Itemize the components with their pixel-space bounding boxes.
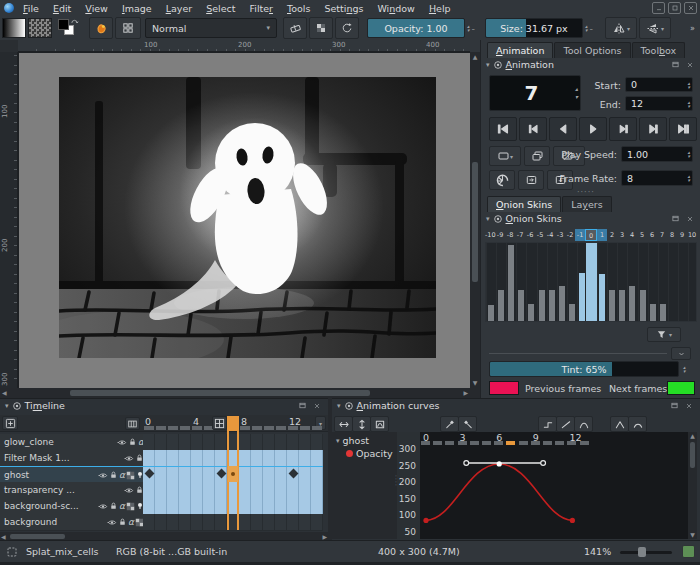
onion-bar--1[interactable] bbox=[579, 273, 585, 321]
fit-vertical-button[interactable] bbox=[352, 416, 371, 432]
canvas-horizontal-scrollbar[interactable]: ◀ ▶ bbox=[0, 388, 480, 398]
opacity-curve[interactable] bbox=[420, 446, 688, 538]
lock-icon[interactable] bbox=[109, 470, 118, 480]
onion-offset-7[interactable]: 7 bbox=[657, 229, 667, 241]
remove-keyframe-button[interactable] bbox=[458, 416, 477, 432]
skip-to-start-button[interactable] bbox=[489, 117, 517, 141]
layer-frames-background-sc-[interactable] bbox=[143, 498, 323, 515]
close-docker-icon[interactable] bbox=[683, 400, 695, 411]
gradient-swatch[interactable] bbox=[2, 18, 26, 38]
alpha-icon[interactable]: α bbox=[128, 517, 134, 527]
eye-icon[interactable] bbox=[117, 438, 127, 447]
pattern-swatch[interactable] bbox=[28, 18, 52, 38]
curves-channel-name[interactable]: Opacity bbox=[356, 448, 393, 459]
menu-edit[interactable]: Edit bbox=[46, 3, 78, 14]
opacity-slider[interactable]: Opacity:1.00 bbox=[367, 18, 465, 38]
onion-bar-1[interactable] bbox=[599, 274, 605, 321]
onion-offset--3[interactable]: -3 bbox=[555, 229, 565, 241]
layer-frames-transparency-[interactable] bbox=[143, 482, 323, 499]
minimize-icon[interactable] bbox=[652, 2, 665, 14]
layer-frames-background[interactable] bbox=[143, 514, 323, 531]
menu-view[interactable]: View bbox=[78, 3, 115, 14]
current-frame-spinbox[interactable]: 7 ▴▾ bbox=[489, 75, 581, 111]
start-spinbox[interactable]: 0 ▴▾ bbox=[625, 77, 693, 92]
onion-offset-10[interactable]: 10 bbox=[687, 229, 697, 241]
menu-tools[interactable]: Tools bbox=[280, 3, 317, 14]
onion-bar-5[interactable] bbox=[640, 290, 646, 321]
end-spinbox[interactable]: 12 ▴▾ bbox=[625, 96, 693, 111]
onion-bar--6[interactable] bbox=[528, 304, 534, 321]
smooth-node-button[interactable] bbox=[628, 416, 647, 432]
onion-bar--3[interactable] bbox=[559, 286, 565, 321]
onion-offset-5[interactable]: 5 bbox=[637, 229, 647, 241]
tab-tool-options[interactable]: Tool Options bbox=[554, 42, 630, 58]
onion-offset-3[interactable]: 3 bbox=[617, 229, 627, 241]
onion-bar-3[interactable] bbox=[619, 290, 625, 321]
preserve-alpha-button[interactable] bbox=[309, 17, 333, 39]
zoom-slider[interactable] bbox=[620, 551, 672, 554]
fit-curve-button[interactable] bbox=[370, 416, 389, 432]
onion-offset--1[interactable]: -1 bbox=[575, 229, 585, 241]
collapse-arrow-icon[interactable]: ▾ bbox=[337, 402, 341, 410]
onion-bar--9[interactable] bbox=[498, 290, 504, 321]
float-docker-icon[interactable] bbox=[669, 213, 681, 224]
collapse-arrow-icon[interactable]: ▾ bbox=[486, 215, 490, 223]
layer-frames-Filter-Mask-1-[interactable] bbox=[143, 450, 323, 467]
size-slider[interactable]: Size:31.67 px bbox=[485, 18, 583, 38]
checker-icon[interactable] bbox=[126, 502, 135, 511]
onion-skins-toggle-button[interactable] bbox=[489, 170, 515, 190]
alpha-icon[interactable]: α bbox=[119, 470, 125, 480]
onion-offset--5[interactable]: -5 bbox=[535, 229, 545, 241]
hold-interpolation-button[interactable] bbox=[538, 416, 557, 432]
next-frames-color-swatch[interactable] bbox=[667, 381, 695, 395]
menu-layer[interactable]: Layer bbox=[159, 3, 200, 14]
onion-offset--4[interactable]: -4 bbox=[545, 229, 555, 241]
onion-offset-0[interactable]: 0 bbox=[585, 229, 597, 241]
onion-offset--9[interactable]: -9 bbox=[495, 229, 505, 241]
foreground-background-colors[interactable] bbox=[57, 19, 79, 38]
layer-frames-glow-clone[interactable] bbox=[143, 434, 323, 451]
layer-name-glow-clone[interactable]: glow_cloneα bbox=[0, 434, 147, 451]
blend-mode-select[interactable]: Normal ▾ bbox=[145, 18, 277, 38]
onion-offset-6[interactable]: 6 bbox=[647, 229, 657, 241]
lock-icon[interactable] bbox=[118, 517, 127, 527]
timeline-settings-button[interactable] bbox=[212, 416, 227, 430]
tab-onion-skins[interactable]: Onion Skins bbox=[487, 196, 561, 212]
float-docker-icon[interactable] bbox=[669, 59, 681, 70]
eye-icon[interactable] bbox=[98, 471, 108, 480]
previous-frames-color-swatch[interactable] bbox=[489, 381, 519, 395]
zoom-slider-handle[interactable] bbox=[638, 547, 646, 557]
onion-bar-4[interactable] bbox=[629, 286, 635, 321]
onion-filter-button[interactable]: ▾ bbox=[647, 327, 681, 342]
onion-offset--6[interactable]: -6 bbox=[525, 229, 535, 241]
checker-icon[interactable] bbox=[126, 471, 135, 480]
eye-icon[interactable] bbox=[98, 502, 108, 511]
layer-name-Filter-Mask-1-[interactable]: Filter Mask 1... bbox=[0, 450, 147, 467]
new-frame-button[interactable]: ▾ bbox=[489, 146, 521, 166]
onion-bar--2[interactable] bbox=[569, 304, 575, 321]
eye-icon[interactable] bbox=[107, 518, 117, 527]
toolbar-overflow-button[interactable]: » bbox=[690, 24, 695, 33]
layer-name-background-sc-[interactable]: background-sc...α bbox=[0, 498, 147, 515]
onion-bar-2[interactable] bbox=[609, 290, 615, 321]
mirror-vertical-button[interactable]: ▾ bbox=[639, 17, 671, 39]
reload-preset-button[interactable] bbox=[335, 17, 359, 39]
next-keyframe-button[interactable] bbox=[639, 117, 667, 141]
collapse-arrow-icon[interactable]: ▾ bbox=[486, 61, 490, 69]
onion-bar-7[interactable] bbox=[660, 304, 666, 321]
onion-bar--7[interactable] bbox=[518, 290, 524, 321]
play-button[interactable] bbox=[579, 117, 607, 141]
onion-offset--7[interactable]: -7 bbox=[515, 229, 525, 241]
eraser-mode-button[interactable] bbox=[283, 17, 307, 39]
close-icon[interactable] bbox=[684, 2, 697, 14]
sharp-node-button[interactable] bbox=[610, 416, 629, 432]
onion-offset--8[interactable]: -8 bbox=[505, 229, 515, 241]
menu-file[interactable]: File bbox=[16, 3, 46, 14]
tint-slider[interactable]: Tint: 65% bbox=[489, 361, 679, 377]
onion-bar--5[interactable] bbox=[539, 290, 545, 321]
lock-icon[interactable] bbox=[109, 501, 118, 511]
linear-interpolation-button[interactable] bbox=[556, 416, 575, 432]
fit-horizontal-button[interactable] bbox=[334, 416, 353, 432]
float-docker-icon[interactable] bbox=[668, 400, 680, 411]
alpha-icon[interactable]: α bbox=[119, 501, 125, 511]
